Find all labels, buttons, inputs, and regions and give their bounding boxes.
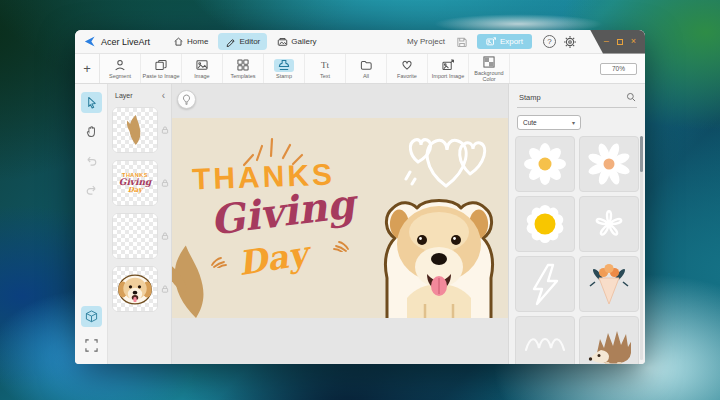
stamp-tile-wavy-line-outline[interactable] <box>515 316 575 364</box>
daisy-yellow-stamp <box>523 142 567 186</box>
layer-thumb-leaf[interactable] <box>112 107 158 153</box>
app-window: Acer LiveArt Home Editor Gallery <box>75 30 645 364</box>
flower-bouquet-stamp <box>587 262 631 306</box>
tool-background-color[interactable]: Background Color <box>469 54 510 83</box>
lightning-bolt-stamp <box>523 262 567 306</box>
main-area: Layer ‹ <box>75 84 645 364</box>
zoom-level-control[interactable]: 70% <box>600 63 637 75</box>
layers-view-button[interactable] <box>81 306 102 327</box>
tool-all-stamps-label: All <box>363 73 369 79</box>
window-minimize-button[interactable]: – <box>604 37 609 46</box>
collapse-panel-button[interactable]: ‹ <box>162 91 165 101</box>
templates-icon <box>237 59 249 71</box>
golden-retriever-puppy-sticker[interactable] <box>376 182 502 318</box>
stamp-tile-hedgehog[interactable] <box>579 316 639 364</box>
stamp-panel-scrollbar[interactable] <box>640 136 643 360</box>
tips-lightbulb-button[interactable] <box>177 90 196 109</box>
category-selected-value: Cute <box>523 119 537 126</box>
day-text[interactable]: Day <box>236 237 309 280</box>
select-tool-button[interactable] <box>81 92 102 113</box>
layers-panel-title: Layer <box>115 92 133 99</box>
leaf-sprig-left[interactable] <box>210 252 230 268</box>
wavy-line-stamp <box>523 322 567 364</box>
left-toolstrip <box>75 84 108 364</box>
nav-editor-label: Editor <box>239 37 260 46</box>
help-button[interactable]: ? <box>543 35 556 48</box>
layer-thumb-thanksgiving-text[interactable]: THANKS Giving Day <box>112 160 158 206</box>
tool-all-stamps[interactable]: All <box>346 54 387 83</box>
scrollbar-thumb[interactable] <box>640 136 643 172</box>
save-button[interactable] <box>456 36 468 48</box>
tool-paste-to-image-label: Paste to Image <box>143 73 180 79</box>
tool-import-image[interactable]: Import Image <box>428 54 469 83</box>
layer-lock-icon[interactable] <box>161 232 169 240</box>
nav-editor-button[interactable]: Editor <box>218 33 267 50</box>
pencil-icon <box>225 36 236 47</box>
tool-segment[interactable]: Segment <box>100 54 141 83</box>
layer-lock-icon[interactable] <box>161 285 169 293</box>
stamp-tile-daisy-peach-center[interactable] <box>579 136 639 192</box>
tool-segment-label: Segment <box>109 73 131 79</box>
layer-thumb-empty[interactable] <box>112 213 158 259</box>
pan-hand-button[interactable] <box>81 121 102 142</box>
search-icon[interactable] <box>626 92 636 102</box>
hand-icon <box>85 125 98 138</box>
stamp-tile-lightning-bolt-outline[interactable] <box>515 256 575 312</box>
export-button[interactable]: Export <box>477 34 532 49</box>
acer-liveart-logo-icon <box>83 35 96 48</box>
tan-leaf-graphic[interactable] <box>172 239 221 318</box>
undo-button[interactable] <box>81 150 102 171</box>
paste-to-image-icon <box>155 59 167 71</box>
nav-home-label: Home <box>187 37 208 46</box>
tool-templates[interactable]: Templates <box>223 54 264 83</box>
window-maximize-button[interactable] <box>617 39 623 45</box>
tool-text-label: Text <box>320 73 330 79</box>
desktop-wallpaper: Acer LiveArt Home Editor Gallery <box>0 0 720 400</box>
add-button[interactable]: + <box>75 54 100 83</box>
nav-home-button[interactable]: Home <box>166 33 215 50</box>
stamp-grid <box>509 136 645 364</box>
tool-stamp[interactable]: Stamp <box>264 54 305 83</box>
text-tool-icon: Tt <box>321 61 329 70</box>
design-canvas[interactable]: THANKS Giving Day <box>172 118 508 318</box>
layer-row-leaf <box>112 107 171 153</box>
undo-icon <box>85 154 98 167</box>
fit-to-screen-button[interactable] <box>81 335 102 356</box>
settings-button[interactable] <box>563 35 577 49</box>
stamp-tile-flower-white-outline[interactable] <box>579 196 639 252</box>
divider <box>517 107 637 108</box>
stamp-tile-flower-big-yellow-center[interactable] <box>515 196 575 252</box>
layers-panel-header: Layer ‹ <box>108 84 171 107</box>
layer-lock-icon[interactable] <box>161 179 169 187</box>
home-icon <box>173 36 184 47</box>
toolbar: + Segment Paste to Image Image Templat <box>75 54 645 84</box>
help-icon: ? <box>547 37 551 46</box>
layer-thumb-puppy[interactable] <box>112 266 158 312</box>
nav-gallery-label: Gallery <box>291 37 316 46</box>
stamp-tile-flower-bouquet[interactable] <box>579 256 639 312</box>
tool-favorite-label: Favorite <box>397 73 417 79</box>
stamp-tile-daisy-yellow-center[interactable] <box>515 136 575 192</box>
export-image-icon <box>486 37 496 46</box>
tool-text[interactable]: Tt Text <box>305 54 346 83</box>
app-name: Acer LiveArt <box>101 37 150 47</box>
project-name: My Project <box>407 37 445 46</box>
tool-image[interactable]: Image <box>182 54 223 83</box>
fit-screen-icon <box>85 339 98 352</box>
redo-button[interactable] <box>81 179 102 200</box>
category-dropdown[interactable]: Cute ▾ <box>517 115 581 130</box>
save-icon <box>456 36 468 48</box>
titlebar: Acer LiveArt Home Editor Gallery <box>75 30 645 54</box>
window-close-button[interactable]: × <box>631 37 636 46</box>
flower-outline-stamp <box>587 202 631 246</box>
leaf-sprig-right[interactable] <box>330 236 350 252</box>
nav-gallery-button[interactable]: Gallery <box>270 33 323 50</box>
tool-favorite[interactable]: Favorite <box>387 54 428 83</box>
tool-image-label: Image <box>194 73 209 79</box>
tool-import-image-label: Import Image <box>432 73 464 79</box>
daisy-peach-stamp <box>587 142 631 186</box>
tool-paste-to-image[interactable]: Paste to Image <box>141 54 182 83</box>
layers-panel: Layer ‹ <box>108 84 172 364</box>
layer-lock-icon[interactable] <box>161 126 169 134</box>
segment-person-icon <box>114 59 126 71</box>
